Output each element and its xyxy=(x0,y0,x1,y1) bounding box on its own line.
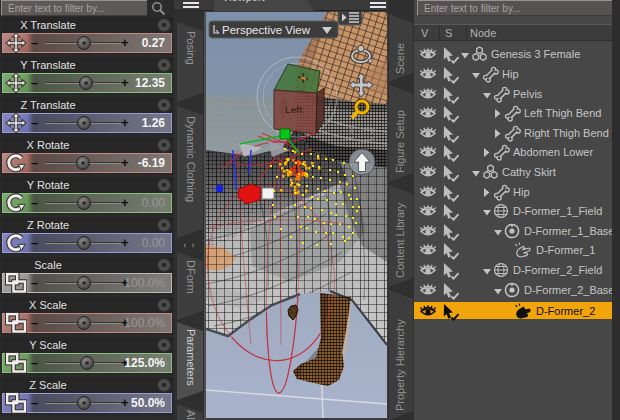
svg-text:Perspective View: Perspective View xyxy=(222,24,311,36)
